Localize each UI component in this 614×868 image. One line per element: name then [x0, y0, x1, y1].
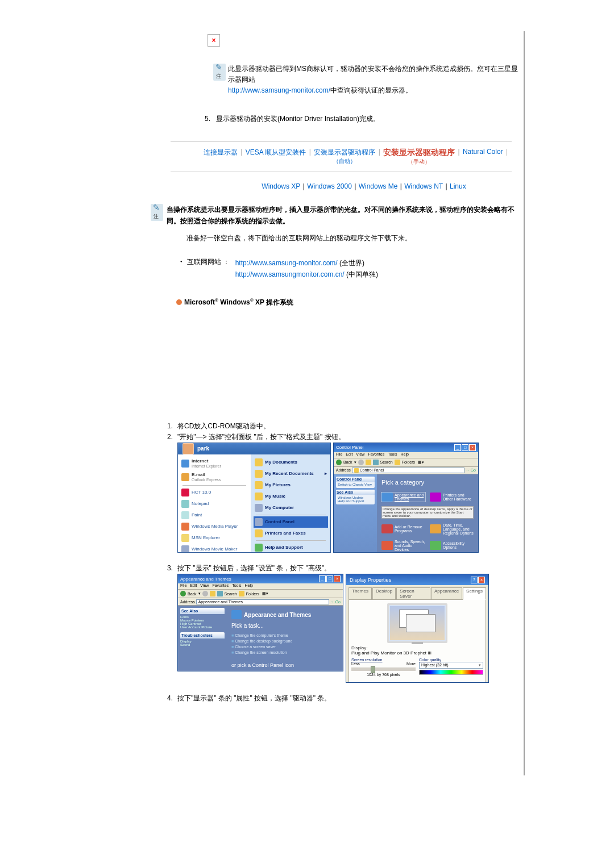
search-icon[interactable]	[217, 591, 223, 596]
task-change-desktop[interactable]: Change the desktop background	[231, 639, 338, 643]
close-icon[interactable]: ×	[469, 444, 476, 451]
see-also-item[interactable]: User Account Picture	[180, 625, 225, 629]
start-item-paint[interactable]: Paint	[180, 510, 248, 521]
folders-icon[interactable]	[395, 460, 400, 465]
os-link-xp[interactable]: Windows XP	[262, 182, 300, 190]
start-my-documents[interactable]: My Documents	[254, 457, 328, 468]
display-name: Plug and Play Monitor on 3D Prophet III	[351, 650, 483, 656]
os-link-me[interactable]: Windows Me	[359, 182, 398, 190]
maximize-icon[interactable]: □	[462, 444, 468, 451]
display-label: Display:	[351, 645, 483, 650]
help-icon[interactable]: ?	[471, 577, 478, 583]
troubleshoot-button[interactable]: Troubleshoot...	[410, 682, 450, 683]
link-samsung-monitor-cn[interactable]: http://www.samsungmonitor.com.cn/	[235, 270, 345, 278]
troubleshooter-item[interactable]: Sound	[180, 643, 225, 646]
avatar	[182, 443, 194, 454]
tab-screen-saver[interactable]: Screen Saver	[396, 587, 430, 599]
note-icon	[151, 204, 163, 221]
back-icon[interactable]	[336, 460, 342, 465]
folder-icon[interactable]	[366, 460, 371, 465]
forward-icon[interactable]	[202, 591, 208, 596]
step-number: 5.	[205, 114, 216, 124]
category-accessibility[interactable]: Accessibility Options	[430, 540, 474, 552]
link-suffix: (全世界)	[338, 259, 364, 267]
start-item-hct[interactable]: HCT 10.0	[180, 487, 248, 498]
back-icon[interactable]	[180, 591, 186, 596]
link-samsung-monitor[interactable]: http://www.samsung-monitor.com/	[235, 259, 338, 267]
start-item-wmp[interactable]: Windows Media Player	[180, 521, 248, 532]
screenshot-display-properties: Display Properties ?× Themes Desktop Scr…	[346, 574, 489, 683]
tab-install-manual[interactable]: 安装显示器驱动程序	[383, 148, 455, 157]
pick-cp-icon-title: or pick a Control Panel icon	[231, 662, 338, 668]
tab-natural-color[interactable]: Natural Color	[463, 148, 503, 156]
folder-icon[interactable]	[210, 591, 215, 596]
start-help[interactable]: Help and Support	[254, 542, 328, 553]
resolution-slider[interactable]	[351, 667, 416, 671]
category-appearance-themes[interactable]: Appearance and Themes	[381, 493, 425, 502]
folders-icon[interactable]	[239, 591, 244, 596]
window-title: Control Panel	[336, 445, 363, 450]
category-sounds[interactable]: Sounds, Speech, and Audio Devices	[381, 540, 425, 552]
step-text: 按下 "显示" 按钮后，选择 "设置" 条，按下 "高级"。	[177, 563, 331, 574]
start-item-internet[interactable]: InternetInternet Explorer	[180, 457, 248, 470]
screenshot-control-panel: Control Panel _□× FileEditViewFavoritesT…	[333, 443, 479, 553]
tab-themes[interactable]: Themes	[349, 587, 372, 599]
preparation-text: 准备好一张空白盘，将下面给出的互联网网站上的驱动程序文件下载下来。	[186, 233, 523, 244]
step-number: 3.	[159, 563, 177, 574]
note-text: 此显示器驱动器已得到MS商标认可，驱动器的安装不会给您的操作系统造成损伤。您可在…	[228, 64, 523, 97]
bullet-circle-icon	[176, 299, 182, 305]
close-icon[interactable]: ×	[478, 577, 485, 583]
step-text: "开始"—> 选择"控制面板 "后，按下"格式及主题" 按钮。	[177, 432, 345, 443]
forward-icon[interactable]	[358, 460, 364, 465]
start-item-msn[interactable]: MSN Explorer	[180, 532, 248, 544]
maximize-icon[interactable]: □	[326, 575, 333, 582]
start-control-panel[interactable]: Control Panel	[254, 516, 328, 528]
category-date-time[interactable]: Date, Time, Language, and Regional Optio…	[430, 523, 474, 535]
start-item-email[interactable]: E-mailOutlook Express	[180, 470, 248, 484]
samsung-monitor-link[interactable]: http://www.samsung-monitor.com/	[228, 86, 330, 94]
tab-vesa[interactable]: VESA 顺从型安装件	[246, 148, 306, 156]
minimize-icon[interactable]: _	[454, 444, 461, 451]
tab-install-auto[interactable]: 安装显示器驱动程序	[314, 148, 375, 156]
bullet-icon: ●	[180, 260, 182, 281]
broken-image-x-icon: ×	[211, 36, 215, 44]
tab-connect-monitor[interactable]: 连接显示器	[204, 148, 238, 156]
step-number: 2.	[159, 432, 177, 443]
os-heading: Microsoft® Windows® XP 操作系统	[176, 298, 523, 307]
screenshot-start-menu: park InternetInternet Explorer E-mailOut…	[177, 443, 331, 553]
os-link-linux[interactable]: Linux	[450, 182, 466, 190]
see-also-item[interactable]: Help and Support	[338, 499, 373, 503]
switch-classic-view[interactable]: Switch to Classic View	[338, 483, 373, 486]
start-my-music[interactable]: My Music	[254, 491, 328, 502]
link-suffix: (中国单独)	[345, 270, 378, 278]
color-quality-select[interactable]: Highest (32 bit)▾	[419, 662, 483, 669]
task-change-resolution[interactable]: Change the screen resolution	[231, 650, 338, 654]
os-link-2000[interactable]: Windows 2000	[307, 182, 352, 190]
minimize-icon[interactable]: _	[319, 575, 326, 582]
start-my-computer[interactable]: My Computer	[254, 502, 328, 514]
start-item-wmm[interactable]: Windows Movie Maker	[180, 544, 248, 553]
step-text: 按下"显示器" 条的 "属性" 按钮，选择 "驱动器" 条。	[177, 693, 331, 704]
start-printers[interactable]: Printers and Faxes	[254, 528, 328, 539]
window-title: Appearance and Themes	[180, 577, 231, 582]
category-add-remove[interactable]: Add or Remove Programs	[381, 523, 425, 535]
resolution-value: 1024 by 768 pixels	[351, 673, 416, 677]
close-icon[interactable]: ×	[334, 575, 341, 582]
step-number: 1.	[159, 421, 177, 432]
username: park	[197, 445, 209, 452]
start-recent-documents[interactable]: My Recent Documents ▸	[254, 468, 328, 479]
tooltip: Change the appearance of desktop items, …	[381, 506, 474, 519]
category-printers[interactable]: Printers and Other Hardware	[430, 493, 474, 502]
os-link-nt[interactable]: Windows NT	[404, 182, 443, 190]
task-change-theme[interactable]: Change the computer's theme	[231, 633, 338, 637]
start-my-pictures[interactable]: My Pictures	[254, 479, 328, 491]
tab-appearance[interactable]: Appearance	[431, 587, 462, 599]
monitor-preview	[387, 603, 447, 643]
tab-settings[interactable]: Settings	[463, 587, 486, 600]
start-item-notepad[interactable]: Notepad	[180, 498, 248, 510]
search-icon[interactable]	[373, 460, 379, 465]
advanced-button[interactable]: Advanced	[453, 682, 483, 683]
task-screen-saver[interactable]: Choose a screen saver	[231, 645, 338, 649]
color-quality-label: Color quality	[419, 658, 483, 662]
tab-desktop[interactable]: Desktop	[372, 587, 396, 599]
